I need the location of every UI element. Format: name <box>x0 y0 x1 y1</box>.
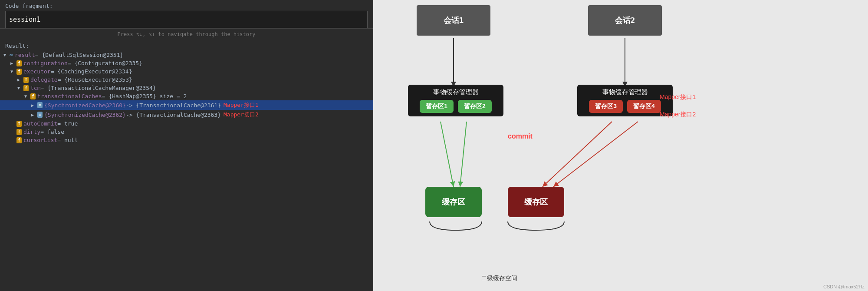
tree-item-sync2[interactable]: ≡ {SynchronizedCache@2362} -> {Transacti… <box>0 110 373 119</box>
session2-label: 会话2 <box>615 15 635 26</box>
cache-zone1: 暂存区1 <box>420 100 454 113</box>
svg-line-5 <box>553 122 638 187</box>
tcm2-caches: 暂存区3 暂存区4 <box>589 100 661 113</box>
level2-cache1: 缓存区 <box>425 187 482 217</box>
cache-zone4: 暂存区4 <box>627 100 661 113</box>
tree-item-autocommit[interactable]: fautoCommit = true <box>0 119 373 128</box>
tree-item-sync1[interactable]: ≡ {SynchronizedCache@2360} -> {Transacti… <box>0 100 373 110</box>
commit-label: commit <box>508 132 533 140</box>
code-input[interactable] <box>5 11 368 28</box>
svg-line-3 <box>460 122 467 187</box>
tree-container: ∞result = {DefaultSqlSession@2351}fconfi… <box>0 51 373 144</box>
tree-item-dirty[interactable]: fdirty = false <box>0 128 373 136</box>
tcm1-label: 事物缓存管理器 <box>433 88 479 96</box>
left-panel: Code fragment: Press ⌥↓, ⌥↑ to navigate … <box>0 0 373 291</box>
cache-zone2: 暂存区2 <box>458 100 492 113</box>
watermark: CSDN @tmax52Hz <box>823 284 865 289</box>
tree-item-executor[interactable]: fexecutor = {CachingExecutor@2334} <box>0 67 373 76</box>
svg-line-2 <box>441 122 454 187</box>
tree-item-tcm[interactable]: ftcm = {TransactionalCacheManager@2354} <box>0 84 373 92</box>
result-label: Result: <box>0 42 373 51</box>
session2-box: 会话2 <box>588 5 662 36</box>
tcm1-box: 事物缓存管理器 暂存区1 暂存区2 <box>408 85 503 116</box>
tcm2-label: 事物缓存管理器 <box>602 88 648 96</box>
session1-box: 会话1 <box>417 5 490 36</box>
tree-item-delegate[interactable]: fdelegate = {ReuseExecutor@2353} <box>0 76 373 84</box>
brace-label: 二级缓存空间 <box>430 274 569 282</box>
svg-line-4 <box>542 122 612 187</box>
mapper2-label: Mapper接口2 <box>660 111 696 119</box>
history-hint: Press ⌥↓, ⌥↑ to navigate through the his… <box>0 29 373 39</box>
right-panel: 会话1 会话2 事物缓存管理器 暂存区1 暂存区2 事物缓存管理器 暂存区3 暂… <box>373 0 868 291</box>
diagram-svg <box>373 0 868 291</box>
mapper1-label: Mapper接口1 <box>660 93 696 101</box>
tree-item-root[interactable]: ∞result = {DefaultSqlSession@2351} <box>0 51 373 59</box>
tree-item-config[interactable]: fconfiguration = {Configuration@2335} <box>0 59 373 67</box>
tcm1-caches: 暂存区1 暂存区2 <box>420 100 492 113</box>
result-section: Result: ∞result = {DefaultSqlSession@235… <box>0 39 373 291</box>
tcm2-box: 事物缓存管理器 暂存区3 暂存区4 <box>577 85 673 116</box>
cache-zone3: 暂存区3 <box>589 100 623 113</box>
tree-item-tcaches[interactable]: ftransactionalCaches = {HashMap@2355} si… <box>0 92 373 100</box>
code-fragment-section: Code fragment: <box>0 0 373 29</box>
tree-item-cursorlist[interactable]: fcursorList = null <box>0 136 373 144</box>
level2-cache2: 缓存区 <box>508 187 564 217</box>
code-fragment-label: Code fragment: <box>5 3 368 9</box>
session1-label: 会话1 <box>444 15 464 26</box>
